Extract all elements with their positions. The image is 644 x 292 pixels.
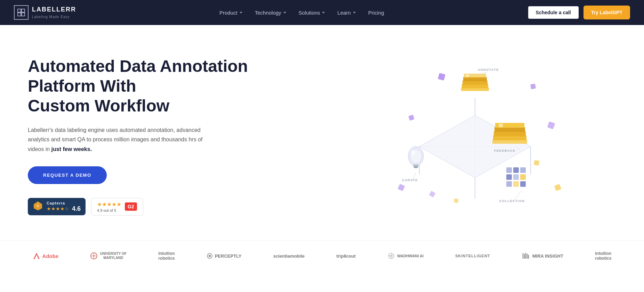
svg-rect-26 — [493, 135, 526, 140]
svg-rect-43 — [534, 160, 539, 166]
svg-rect-37 — [506, 181, 512, 187]
brand-adobe-name: Adobe — [42, 253, 59, 259]
nav-item-pricing[interactable]: Pricing — [363, 7, 389, 18]
nav-technology-link[interactable]: Technology — [250, 7, 291, 18]
nav-links: Product Technology Solutions Learn P — [215, 7, 389, 18]
svg-rect-35 — [513, 174, 519, 180]
wadhwani-icon — [387, 252, 395, 260]
hero-content: Automated Data Annotation Platform With … — [28, 57, 334, 215]
brand-tripscout-name: trip8cout — [336, 253, 356, 259]
svg-rect-22 — [413, 165, 419, 167]
nav-item-technology[interactable]: Technology — [250, 7, 291, 18]
brand-intuition1: intuitionrobotics — [158, 251, 175, 261]
svg-point-59 — [209, 255, 211, 257]
logo-text: LABELLERR Labeling Made Easy — [32, 6, 76, 19]
nav-product-link[interactable]: Product — [215, 7, 247, 18]
hero-section: Automated Data Annotation Platform With … — [0, 25, 644, 240]
g2-logo: G2 — [125, 202, 137, 211]
svg-rect-65 — [523, 253, 523, 259]
brand-scientiamobile-name: scientiamobile — [273, 253, 305, 259]
svg-rect-23 — [414, 167, 418, 168]
svg-rect-1 — [22, 9, 25, 12]
svg-text:FEEDBACK: FEEDBACK — [494, 149, 516, 152]
brand-adobe: Adobe — [33, 252, 59, 260]
svg-rect-30 — [499, 124, 503, 127]
hero-description: Labellerr's data labeling engine uses au… — [28, 125, 209, 154]
svg-rect-28 — [494, 127, 525, 132]
maryland-icon — [90, 252, 98, 260]
hero-illustration: ANNOTATE CURATE FEEDBACK COLLECTION — [334, 49, 616, 223]
svg-rect-46 — [454, 198, 459, 203]
brand-skintelligent-name: SKINTELLIGENT — [455, 254, 490, 258]
nav-item-learn[interactable]: Learn — [332, 7, 360, 18]
svg-point-24 — [411, 150, 415, 156]
brand-skintelligent: SKINTELLIGENT — [455, 254, 490, 258]
nav-learn-link[interactable]: Learn — [332, 7, 360, 18]
svg-rect-66 — [524, 254, 525, 259]
svg-rect-33 — [520, 167, 526, 173]
ratings-section: C Capterra ★★★★☆ 4.6 ★★★★★ 4.9 out of 5 — [28, 198, 320, 216]
g2-badge: ★★★★★ 4.9 out of 5 G2 — [91, 198, 143, 216]
svg-text:C: C — [37, 204, 39, 208]
request-demo-button[interactable]: REQUEST A DEMO — [28, 166, 107, 184]
chevron-down-icon — [283, 12, 286, 14]
nav-item-solutions[interactable]: Solutions — [294, 7, 330, 18]
nav-item-product[interactable]: Product — [215, 7, 247, 18]
svg-rect-0 — [18, 9, 21, 12]
schedule-call-button[interactable]: Schedule a call — [528, 6, 579, 19]
workflow-diagram-svg: ANNOTATE CURATE FEEDBACK COLLECTION — [385, 53, 565, 219]
capterra-info: Capterra ★★★★☆ 4.6 — [47, 201, 81, 212]
svg-rect-32 — [513, 167, 519, 173]
svg-rect-68 — [527, 254, 528, 259]
logo-link[interactable]: LABELLERR Labeling Made Easy — [14, 5, 76, 20]
brand-wadhwani-name: WADHWANI AI — [397, 254, 424, 258]
svg-rect-2 — [18, 13, 21, 16]
logo-sub: Labeling Made Easy — [32, 15, 70, 19]
brand-mira: MIRA INSIGHT — [522, 252, 563, 259]
brand-intuition2-name: intuitionrobotics — [595, 251, 611, 261]
svg-rect-38 — [513, 181, 519, 187]
chevron-down-icon — [240, 12, 242, 14]
brand-wadhwani: WADHWANI AI — [387, 252, 424, 260]
svg-rect-69 — [528, 255, 529, 259]
perceptly-icon — [207, 253, 213, 259]
brand-maryland-name: UNIVERSITY OFMARYLAND — [100, 252, 127, 260]
logo-icon — [14, 5, 29, 20]
svg-text:ANNOTATE: ANNOTATE — [478, 68, 499, 72]
svg-rect-41 — [530, 84, 536, 89]
svg-rect-67 — [525, 253, 526, 259]
hero-title: Automated Data Annotation Platform With … — [28, 57, 320, 116]
chevron-down-icon — [353, 12, 356, 14]
svg-rect-3 — [22, 13, 25, 16]
brand-perceptly-name: PERCEPTLY — [215, 253, 242, 259]
nav-pricing-link[interactable]: Pricing — [363, 7, 389, 18]
svg-rect-39 — [520, 181, 526, 187]
svg-rect-34 — [506, 174, 512, 180]
mira-icon — [522, 252, 530, 259]
brand-intuition2: intuitionrobotics — [595, 251, 611, 261]
svg-rect-19 — [466, 74, 469, 77]
nav-solutions-link[interactable]: Solutions — [294, 7, 330, 18]
brand-scientiamobile: scientiamobile — [273, 253, 305, 259]
navbar: LABELLERR Labeling Made Easy Product Tec… — [0, 0, 644, 25]
adobe-icon — [33, 252, 40, 260]
brand-tripscout: trip8cout — [336, 253, 356, 259]
brand-mira-name: MIRA INSIGHT — [532, 253, 563, 259]
svg-rect-36 — [520, 174, 526, 180]
brand-perceptly: PERCEPTLY — [207, 253, 242, 259]
chevron-down-icon — [322, 12, 325, 14]
brand-maryland: UNIVERSITY OFMARYLAND — [90, 252, 127, 260]
capterra-logo: C — [33, 201, 43, 212]
svg-text:CURATE: CURATE — [402, 178, 418, 182]
svg-rect-31 — [506, 167, 512, 173]
brand-intuition1-name: intuitionrobotics — [158, 251, 175, 261]
svg-rect-27 — [494, 131, 526, 136]
logo-title: LABELLERR — [32, 6, 76, 13]
try-labelgpt-button[interactable]: Try LabelGPT — [583, 6, 630, 19]
brands-section: Adobe UNIVERSITY OFMARYLAND intuitionrob… — [0, 240, 644, 278]
svg-text:COLLECTION: COLLECTION — [499, 199, 525, 203]
capterra-badge: C Capterra ★★★★☆ 4.6 — [28, 198, 86, 215]
nav-actions: Schedule a call Try LabelGPT — [528, 6, 630, 19]
